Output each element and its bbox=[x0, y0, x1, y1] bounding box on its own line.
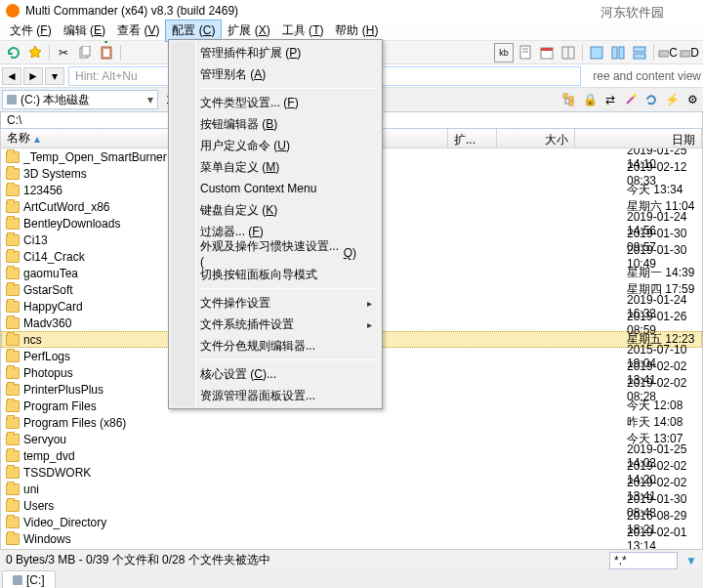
history-button[interactable]: ▾ bbox=[45, 67, 64, 85]
folder-icon bbox=[6, 417, 20, 429]
svg-rect-12 bbox=[612, 47, 617, 59]
doc-icon[interactable] bbox=[516, 43, 535, 63]
svg-point-25 bbox=[633, 94, 637, 98]
star-icon[interactable] bbox=[25, 43, 45, 63]
drive-c-icon[interactable]: C bbox=[658, 43, 678, 63]
svg-rect-3 bbox=[103, 49, 109, 57]
table-row[interactable]: uni2019-02-02 13:41 bbox=[1, 481, 702, 497]
calendar-icon[interactable] bbox=[537, 43, 557, 63]
refresh-panel-icon[interactable] bbox=[642, 92, 660, 107]
svg-rect-18 bbox=[563, 94, 567, 98]
paste-icon[interactable] bbox=[97, 43, 116, 63]
menu-item[interactable]: 管理别名 (A) bbox=[171, 63, 380, 85]
table-row[interactable]: Program Files (x86)昨天 14:08 bbox=[1, 414, 702, 431]
file-name: Users bbox=[23, 499, 576, 513]
folder-icon bbox=[6, 517, 20, 528]
file-size: 今天 12:08 bbox=[625, 398, 701, 414]
file-date: 2019-02-01 13:14 bbox=[627, 525, 686, 550]
filter-icon[interactable]: ▼ bbox=[685, 554, 697, 567]
svg-rect-19 bbox=[569, 97, 573, 101]
folder-icon bbox=[6, 268, 20, 279]
tree-icon[interactable] bbox=[560, 92, 578, 107]
folder-icon bbox=[6, 334, 20, 346]
layout-icon[interactable] bbox=[558, 43, 578, 63]
svg-rect-16 bbox=[659, 51, 669, 57]
app-icon bbox=[6, 4, 20, 18]
menu-item[interactable]: 文件类型设置... (F) bbox=[171, 92, 380, 113]
drive-label: (C:) 本地磁盘 bbox=[21, 92, 90, 108]
view2-icon[interactable] bbox=[608, 43, 628, 63]
disk-icon bbox=[7, 95, 17, 105]
forward-button[interactable]: ► bbox=[23, 67, 43, 85]
menu-工具[interactable]: 工具 (T) bbox=[276, 21, 330, 41]
view3-icon[interactable] bbox=[630, 43, 649, 63]
folder-icon bbox=[6, 201, 20, 213]
kb-icon[interactable]: kb bbox=[494, 43, 514, 63]
copy-icon[interactable] bbox=[75, 43, 95, 63]
file-name: Video_Directory bbox=[23, 516, 576, 529]
status-text: 0 Bytes/3 MB - 0/39 个文件和 0/28 个文件夹被选中 bbox=[6, 552, 601, 568]
header-ext[interactable]: 扩... bbox=[448, 129, 497, 147]
file-size: 今天 13:34 bbox=[625, 182, 701, 198]
refresh-icon[interactable] bbox=[4, 43, 23, 63]
menu-item[interactable]: 文件系统插件设置 bbox=[171, 314, 380, 335]
menu-item[interactable]: 按钮编辑器 (B) bbox=[171, 113, 380, 135]
menu-item[interactable]: 菜单自定义 (M) bbox=[171, 156, 380, 178]
menu-item[interactable]: 外观及操作习惯快速设置... (Q) bbox=[171, 242, 380, 264]
cut-icon[interactable]: ✂ bbox=[54, 43, 73, 63]
menu-item[interactable]: 用户定义命令 (U) bbox=[171, 135, 380, 156]
wand-icon[interactable] bbox=[622, 92, 640, 107]
menu-item[interactable]: Custom Context Menu bbox=[171, 178, 380, 199]
svg-rect-14 bbox=[634, 47, 645, 52]
menu-item[interactable]: 资源管理器面板设置... bbox=[171, 385, 380, 406]
swap-icon[interactable]: ⇄ bbox=[601, 92, 619, 107]
svg-rect-1 bbox=[82, 46, 90, 56]
tabs-bar: [C:] bbox=[0, 570, 703, 588]
drive-select[interactable]: (C:) 本地磁盘 bbox=[2, 90, 158, 109]
folder-icon bbox=[6, 317, 20, 329]
menu-item[interactable]: 文件操作设置 bbox=[171, 292, 380, 314]
menu-编辑[interactable]: 编辑 (E) bbox=[58, 21, 111, 41]
bolt-icon[interactable]: ⚡ bbox=[663, 92, 681, 107]
menu-帮助[interactable]: 帮助 (H) bbox=[329, 21, 384, 41]
drive-d-icon[interactable]: D bbox=[680, 43, 699, 63]
config-menu: 管理插件和扩展 (P)管理别名 (A)文件类型设置... (F)按钮编辑器 (B… bbox=[168, 39, 383, 409]
table-row[interactable]: Windows2019-02-01 13:14 bbox=[1, 530, 702, 547]
table-row[interactable]: Servyou今天 13:07 bbox=[1, 431, 702, 447]
settings-icon[interactable]: ⚙ bbox=[683, 92, 701, 107]
folder-icon bbox=[6, 351, 20, 362]
table-row[interactable]: Users2019-01-30 08:48 bbox=[1, 497, 702, 514]
menu-item[interactable]: 键盘自定义 (K) bbox=[171, 199, 380, 221]
file-date: 今天 13:34 bbox=[627, 183, 688, 196]
menu-扩展[interactable]: 扩展 (X) bbox=[222, 21, 275, 41]
folder-icon bbox=[6, 234, 20, 246]
folder-icon bbox=[6, 218, 20, 230]
file-size: 昨天 14:08 bbox=[625, 414, 701, 431]
menu-item[interactable]: 切换按钮面板向导模式 bbox=[171, 264, 380, 285]
table-row[interactable]: Video_Directory2016-08-29 18:21 bbox=[1, 514, 702, 530]
table-row[interactable]: temp_dvd2019-01-25 14:03 bbox=[1, 447, 702, 464]
header-size[interactable]: 大小 bbox=[497, 129, 575, 147]
status-bar: 0 Bytes/3 MB - 0/39 个文件和 0/28 个文件夹被选中 *.… bbox=[0, 549, 703, 570]
file-date: 今天 12:08 bbox=[627, 399, 688, 412]
menu-item[interactable]: 文件分色规则编辑器... bbox=[171, 335, 380, 357]
tab-c[interactable]: [C:] bbox=[2, 570, 56, 588]
view1-icon[interactable] bbox=[587, 43, 606, 63]
file-name: TSSDWORK bbox=[23, 466, 576, 480]
svg-rect-11 bbox=[591, 47, 602, 59]
menu-item[interactable]: 核心设置 (C)... bbox=[171, 363, 380, 385]
back-button[interactable]: ◄ bbox=[2, 67, 21, 85]
file-size: 2019-02-01 13:14 bbox=[625, 525, 701, 550]
table-row[interactable]: TSSDWORK2019-02-02 14:20 bbox=[1, 464, 702, 481]
disk-icon bbox=[13, 575, 22, 585]
file-name: Windows bbox=[23, 532, 576, 546]
svg-rect-17 bbox=[681, 51, 690, 57]
menu-文件[interactable]: 文件 (F) bbox=[4, 21, 58, 41]
menu-item[interactable]: 管理插件和扩展 (P) bbox=[171, 42, 380, 63]
header-date[interactable]: 日期 bbox=[575, 129, 702, 147]
folder-icon bbox=[6, 185, 20, 196]
lock-icon[interactable]: 🔒 bbox=[581, 92, 599, 107]
folder-icon bbox=[6, 168, 20, 180]
menu-查看[interactable]: 查看 (V) bbox=[111, 21, 165, 41]
filter-input[interactable]: *.* bbox=[609, 552, 678, 569]
